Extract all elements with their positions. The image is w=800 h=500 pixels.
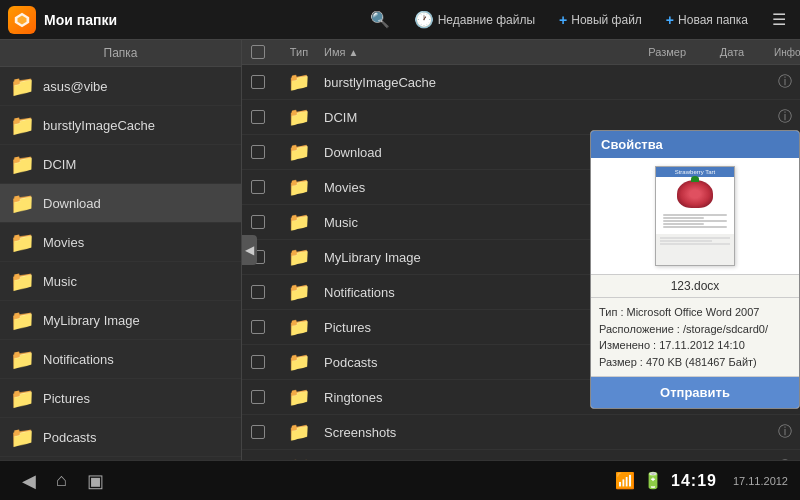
status-icons: 📶 🔋 14:19 17.11.2012 [615,471,788,490]
sidebar-header: Папка [0,40,241,67]
new-file-button[interactable]: + Новый файл [553,9,648,31]
header-size-col: Размер [622,46,692,58]
sidebar-item-label: Download [43,196,101,211]
file-row-yandexmaps[interactable]: 📁 yandexmaps ⓘ [242,450,800,460]
wifi-icon: 📶 [615,471,635,490]
row-checkbox[interactable] [251,425,265,439]
properties-header: Свойства [591,131,799,158]
folder-icon: 📁 [288,386,310,408]
topbar: Мои папки 🔍 🕐 Недавние файлы + Новый фай… [0,0,800,40]
file-name: yandexmaps [324,460,398,461]
folder-icon: 📁 [10,74,35,98]
recent-files-label: Недавние файлы [438,13,535,27]
row-checkbox[interactable] [251,285,265,299]
sidebar-item-label: Movies [43,235,84,250]
folder-icon: 📁 [288,421,310,443]
info-icon[interactable]: ⓘ [772,458,798,460]
sidebar-item-podcasts[interactable]: 📁 Podcasts [0,418,241,457]
file-list: Тип Имя ▲ Размер Дата Инфор 📁 burstlyIma… [242,40,800,460]
file-name: DCIM [324,110,357,125]
row-checkbox[interactable] [251,75,265,89]
battery-icon: 🔋 [643,471,663,490]
new-folder-label: Новая папка [678,13,748,27]
folder-icon: 📁 [10,113,35,137]
file-row-burstly[interactable]: 📁 burstlyImageCache ⓘ [242,65,800,100]
hamburger-icon: ☰ [772,10,786,29]
row-checkbox[interactable] [251,355,265,369]
bottombar: ◀ ⌂ ▣ 📶 🔋 14:19 17.11.2012 [0,460,800,500]
file-list-header: Тип Имя ▲ Размер Дата Инфор [242,40,800,65]
recents-button[interactable]: ▣ [77,466,114,496]
send-button[interactable]: Отправить [591,377,799,408]
file-name: Notifications [324,285,395,300]
info-icon[interactable]: ⓘ [772,423,798,439]
sidebar-item-pictures[interactable]: 📁 Pictures [0,379,241,418]
plus-icon: + [559,12,567,28]
row-checkbox[interactable] [251,180,265,194]
prop-modified: Изменено : 17.11.2012 14:10 [599,337,791,354]
file-name: burstlyImageCache [324,75,436,90]
properties-details: Тип : Microsoft Office Word 2007 Располо… [591,298,799,377]
info-icon[interactable]: ⓘ [772,73,798,89]
topbar-actions: 🔍 🕐 Недавние файлы + Новый файл + Новая … [364,7,792,32]
properties-preview: Strawberry Tart [591,158,799,275]
file-name: Pictures [324,320,371,335]
sidebar-item-label: Podcasts [43,430,96,445]
folder-icon: 📁 [288,351,310,373]
properties-filename: 123.docx [591,275,799,298]
home-button[interactable]: ⌂ [46,466,77,495]
row-checkbox[interactable] [251,145,265,159]
row-checkbox[interactable] [251,215,265,229]
folder-icon: 📁 [288,176,310,198]
header-name-col: Имя ▲ [324,46,622,58]
file-name: Music [324,215,358,230]
sidebar-item-label: Music [43,274,77,289]
file-row-screenshots[interactable]: 📁 Screenshots ⓘ [242,415,800,450]
sidebar-item-burstly[interactable]: 📁 burstlyImageCache [0,106,241,145]
search-button[interactable]: 🔍 [364,7,396,32]
sidebar-item-notifications[interactable]: 📁 Notifications [0,340,241,379]
row-checkbox[interactable] [251,110,265,124]
select-all-checkbox[interactable] [251,45,265,59]
back-button[interactable]: ◀ [12,466,46,496]
sidebar-item-movies[interactable]: 📁 Movies [0,223,241,262]
sidebar-item-dcim[interactable]: 📁 DCIM [0,145,241,184]
sidebar-item-mylibrary[interactable]: 📁 MyLibrary Image [0,301,241,340]
sidebar-item-label: Notifications [43,352,114,367]
folder-icon: 📁 [10,152,35,176]
sidebar-item-download[interactable]: 📁 Download [0,184,241,223]
sidebar: Папка 📁 asus@vibe 📁 burstlyImageCache 📁 … [0,40,242,460]
clock-display: 14:19 [671,472,717,490]
doc-preview: Strawberry Tart [655,166,735,266]
row-checkbox[interactable] [251,390,265,404]
sidebar-item-label: MyLibrary Image [43,313,140,328]
sidebar-item-music[interactable]: 📁 Music [0,262,241,301]
folder-icon: 📁 [10,386,35,410]
info-icon[interactable]: ⓘ [772,108,798,124]
topbar-title: Мои папки [44,12,364,28]
file-name: Screenshots [324,425,396,440]
recent-files-button[interactable]: 🕐 Недавние файлы [408,7,541,32]
folder-icon: 📁 [288,211,310,233]
folder-icon: 📁 [10,425,35,449]
file-name: Movies [324,180,365,195]
header-info-col: Инфор [772,47,800,58]
row-checkbox[interactable] [251,320,265,334]
folder-icon: 📁 [288,106,310,128]
properties-panel: Свойства Strawberry Tart [590,130,800,409]
folder-icon: 📁 [288,316,310,338]
menu-button[interactable]: ☰ [766,7,792,32]
sidebar-item-label: DCIM [43,157,76,172]
sort-arrow-icon: ▲ [348,47,358,58]
folder-icon: 📁 [288,456,310,460]
folder-icon: 📁 [288,246,310,268]
prop-size: Размер : 470 KB (481467 Байт) [599,354,791,371]
header-date-col: Дата [692,46,772,58]
new-folder-button[interactable]: + Новая папка [660,9,754,31]
prop-location: Расположение : /storage/sdcard0/ [599,321,791,338]
sidebar-item-asus-vibe[interactable]: 📁 asus@vibe [0,67,241,106]
search-icon: 🔍 [370,10,390,29]
sidebar-item-ringtones[interactable]: 📁 Ringtones [0,457,241,460]
collapse-sidebar-button[interactable]: ◀ [242,235,257,265]
file-name: Ringtones [324,390,383,405]
